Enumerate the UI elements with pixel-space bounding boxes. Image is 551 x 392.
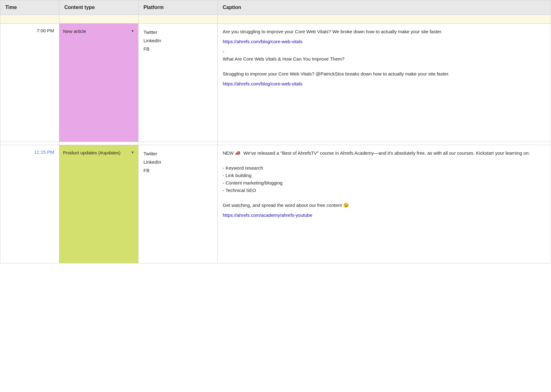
caption-link[interactable]: https://ahrefs.com/blog/core-web-vitals — [223, 80, 546, 88]
table-row: 11:15 PMProduct updates (#updates)▼Twitt… — [0, 145, 551, 263]
dropdown-arrow-icon[interactable]: ▼ — [131, 150, 134, 155]
dropdown-arrow-icon[interactable]: ▼ — [131, 29, 134, 33]
spacer-row — [0, 15, 551, 24]
header-time: Time — [0, 0, 59, 15]
header-caption: Caption — [218, 0, 551, 15]
caption-text: Are you struggling to improve your Core … — [223, 28, 546, 35]
header-content-type: Content type — [59, 0, 139, 15]
platform-cell: TwitterLinkedInFB — [139, 24, 218, 142]
separator-row — [0, 142, 551, 145]
caption-text: NEW 📣 We've released a "Best of AhrefsTV… — [223, 149, 546, 209]
caption-link[interactable]: https://ahrefs.com/blog/core-web-vitals — [223, 38, 546, 45]
caption-cell: Are you struggling to improve your Core … — [218, 24, 551, 142]
caption-text: - What Are Core Web Vitals & How Can You… — [223, 48, 546, 78]
platform-cell: TwitterLinkedInFB — [139, 145, 218, 263]
content-type-label: Product updates (#updates) — [63, 149, 130, 156]
table-header-row: Time Content type Platform Caption — [0, 0, 551, 15]
content-calendar-table: Time Content type Platform Caption 7:00 … — [0, 0, 551, 263]
content-type-label: New article — [63, 28, 130, 34]
header-platform: Platform — [139, 0, 218, 15]
content-type-cell[interactable]: New article▼ — [59, 24, 139, 142]
time-cell: 11:15 PM — [0, 145, 59, 263]
table-row: 7:00 PMNew article▼TwitterLinkedInFBAre … — [0, 24, 551, 142]
caption-link[interactable]: https://ahrefs.com/academy/ahrefs-youtub… — [223, 212, 546, 219]
time-cell: 7:00 PM — [0, 24, 59, 142]
caption-cell: NEW 📣 We've released a "Best of AhrefsTV… — [218, 145, 551, 263]
content-type-cell[interactable]: Product updates (#updates)▼ — [59, 145, 139, 263]
